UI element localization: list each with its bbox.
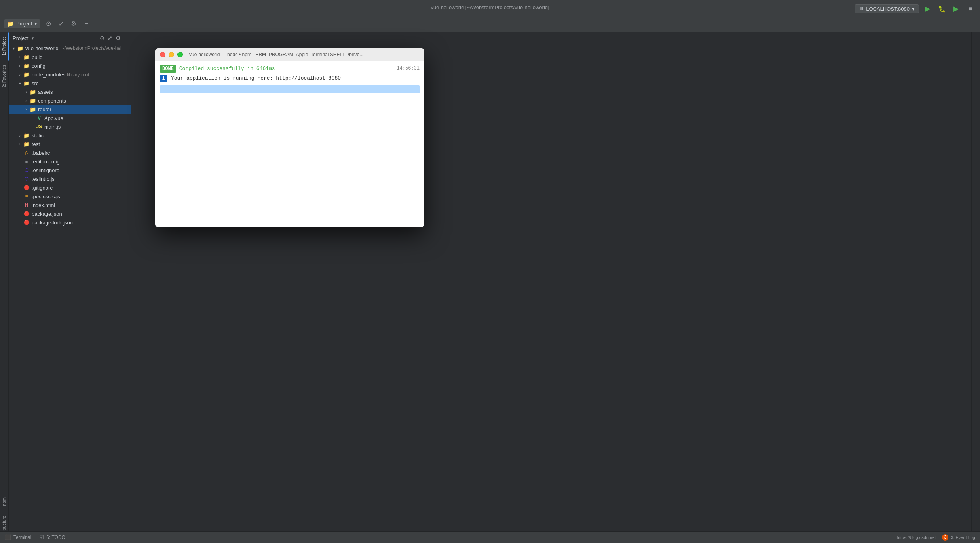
run-button[interactable]: ▶ [922, 3, 933, 14]
tree-arrow-components: › [23, 99, 29, 103]
tree-item-babelrc[interactable]: β .babelrc [9, 148, 131, 157]
run-again-button[interactable]: ▶ [951, 3, 962, 14]
minus-icon: − [85, 20, 88, 27]
tree-item-assets[interactable]: › 📁 assets [9, 87, 131, 96]
tree-item-index-html[interactable]: H index.html [9, 201, 131, 209]
terminal-timestamp: 14:56:31 [397, 65, 420, 72]
project-label-text: Project [16, 21, 32, 27]
tree-item-components-name: components [38, 98, 66, 104]
file-icon-babelrc: β [23, 149, 30, 156]
tree-root-name: vue-helloworld [25, 46, 59, 51]
tree-item-eslintrc[interactable]: ⬡ .eslintrc.js [9, 175, 131, 183]
tree-item-editorconfig[interactable]: ≡ .editorconfig [9, 157, 131, 166]
target-icon: ⊙ [46, 20, 51, 27]
tree-item-eslintignore[interactable]: ⬡ .eslintignore [9, 166, 131, 175]
top-toolbar: 📁 Project ▾ ⊙ ⤢ ⚙ − 🖥 LOCALHOST:8080 ▾ ▶… [0, 15, 980, 32]
tree-item-node-modules[interactable]: › 📁 node_modules library root [9, 70, 131, 79]
terminal-done-line: DONE Compiled successfully in 6461ms 14:… [160, 65, 420, 73]
file-icon-gitignore: 🔴 [23, 184, 30, 191]
left-sidebar-tabs: 1: Project 2: Favorites npm Z: Structure [0, 32, 9, 543]
target-icon-btn[interactable]: ⊙ [44, 19, 53, 28]
app-url-text: Your application is running here: http:/… [171, 74, 341, 82]
tree-item-package-json-name: package.json [32, 211, 62, 217]
tree-root[interactable]: ▾ 📁 vue-helloworld ~/WebstormProjects/vu… [9, 44, 131, 53]
tree-item-app-vue[interactable]: V App.vue [9, 114, 131, 122]
sidebar-item-favorites[interactable]: 2: Favorites [0, 60, 9, 92]
stop-icon: ■ [969, 5, 972, 12]
minus-icon-btn[interactable]: − [82, 19, 91, 28]
todo-tab-label: 6: TODO [46, 535, 65, 540]
sidebar-item-npm[interactable]: npm [0, 493, 9, 511]
tree-item-src[interactable]: ▾ 📁 src [9, 79, 131, 87]
tree-arrow-src: ▾ [17, 81, 23, 85]
tree-item-test[interactable]: › 📁 test [9, 140, 131, 148]
folder-icon-components: 📁 [29, 97, 36, 104]
file-tree-panel: Project ▾ ⊙ ⤢ ⚙ − ▾ 📁 vue-helloworld ~/W… [9, 32, 131, 543]
stop-button[interactable]: ■ [965, 3, 976, 14]
chevron-down-icon: ▾ [34, 21, 37, 27]
tree-item-postcssrc[interactable]: ≡ .postcssrc.js [9, 192, 131, 201]
panel-minus-icon[interactable]: − [124, 35, 127, 41]
event-log-badge: 3 [942, 534, 948, 541]
tree-item-package-lock-json[interactable]: 🔴 package-lock.json [9, 218, 131, 227]
panel-settings-icon[interactable]: ⚙ [116, 35, 121, 41]
tree-item-static[interactable]: › 📁 static [9, 131, 131, 140]
folder-icon-test: 📁 [23, 140, 30, 148]
todo-tab-icon: ☑ [39, 534, 44, 540]
terminal-body[interactable]: DONE Compiled successfully in 6461ms 14:… [155, 61, 424, 227]
traffic-minimize-button[interactable] [169, 52, 174, 57]
tree-item-router[interactable]: › 📁 router [9, 105, 131, 114]
config-dropdown-icon: ▾ [912, 6, 915, 12]
panel-expand-icon[interactable]: ⤢ [108, 35, 112, 41]
tree-arrow-test: › [17, 142, 23, 146]
tree-item-static-name: static [32, 133, 44, 139]
tree-arrow-root: ▾ [10, 46, 17, 51]
terminal-tab[interactable]: ⬛ Terminal [5, 534, 31, 540]
file-icon-package-lock-json: 🔴 [23, 219, 30, 226]
project-selector[interactable]: 📁 Project ▾ [4, 19, 40, 28]
tree-item-main-js[interactable]: JS main.js [9, 122, 131, 131]
settings-icon-btn[interactable]: ⚙ [69, 19, 78, 28]
tree-item-node-modules-name: node_modules library root [32, 72, 89, 78]
file-icon-eslintrc: ⬡ [23, 175, 30, 182]
content-area: vue-helloworld — node • npm TERM_PROGRAM… [131, 32, 971, 543]
run-config-selector[interactable]: 🖥 LOCALHOST:8080 ▾ [855, 4, 919, 13]
folder-icon-static: 📁 [23, 132, 30, 139]
expand-icon: ⤢ [59, 20, 64, 27]
status-url: https://blog.csdn.net [897, 535, 936, 540]
tree-item-postcssrc-name: .postcssrc.js [32, 194, 60, 199]
folder-icon-build: 📁 [23, 53, 30, 61]
info-badge: i [160, 75, 167, 82]
tree-arrow-config: › [17, 64, 23, 68]
file-icon-editorconfig: ≡ [23, 158, 30, 165]
debug-button[interactable]: 🐛 [936, 3, 948, 14]
tree-item-eslintignore-name: .eslintignore [32, 167, 59, 173]
file-icon-main-js: JS [36, 123, 43, 130]
done-badge: DONE [160, 65, 176, 73]
traffic-maximize-button[interactable] [177, 52, 183, 57]
panel-target-icon[interactable]: ⊙ [100, 35, 104, 41]
traffic-close-button[interactable] [160, 52, 165, 57]
run-config-name: LOCALHOST:8080 [866, 6, 910, 12]
main-layout: 1: Project 2: Favorites npm Z: Structure… [0, 32, 980, 543]
tree-item-editorconfig-name: .editorconfig [32, 159, 60, 165]
tree-item-config[interactable]: › 📁 config [9, 61, 131, 70]
tree-item-package-json[interactable]: 🔴 package.json [9, 209, 131, 218]
file-icon-postcssrc: ≡ [23, 193, 30, 200]
tree-item-src-name: src [32, 80, 38, 86]
tree-arrow-assets: › [23, 90, 29, 94]
terminal-titlebar: vue-helloworld — node • npm TERM_PROGRAM… [155, 48, 424, 61]
tree-item-components[interactable]: › 📁 components [9, 96, 131, 105]
compiled-text: Compiled successfully in 6461ms [179, 65, 275, 73]
tree-item-gitignore[interactable]: 🔴 .gitignore [9, 183, 131, 192]
expand-icon-btn[interactable]: ⤢ [56, 19, 66, 28]
event-log-tab-label[interactable]: 3: Event Log [951, 535, 975, 540]
file-icon-app-vue: V [36, 114, 43, 122]
tree-item-build[interactable]: › 📁 build [9, 53, 131, 61]
terminal-title: vue-helloworld — node • npm TERM_PROGRAM… [189, 52, 363, 57]
tree-item-config-name: config [32, 63, 46, 69]
panel-header-icons: ⊙ ⤢ ⚙ − [100, 35, 127, 41]
debug-icon: 🐛 [938, 5, 946, 13]
sidebar-item-project[interactable]: 1: Project [0, 32, 9, 60]
todo-tab[interactable]: ☑ 6: TODO [39, 534, 65, 540]
